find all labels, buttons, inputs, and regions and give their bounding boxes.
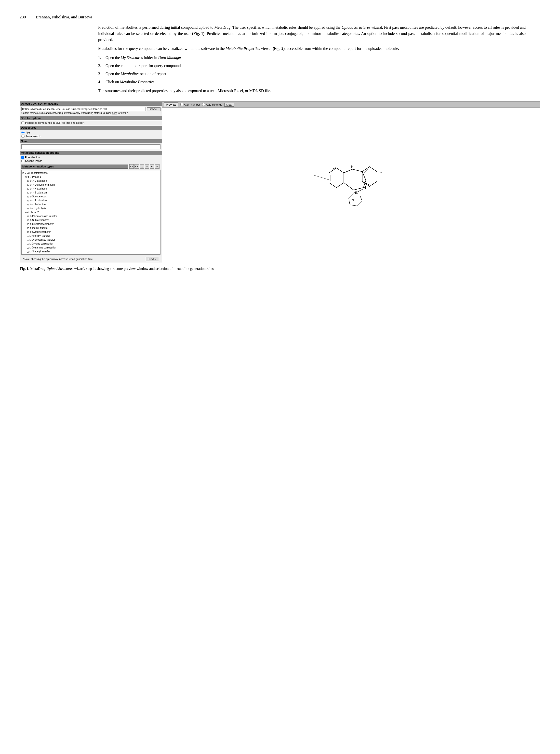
tree-item-phase1[interactable]: ⊟⚙ ✓ Phase 1 (22, 175, 160, 179)
atom-number-row: Atom number (180, 103, 200, 106)
svg-text:N: N (352, 198, 354, 202)
preview-canvas: N N HN –Cl N (162, 108, 540, 263)
radio-file[interactable] (21, 131, 24, 134)
tree-item-hydrolysis[interactable]: ⊞⚙ ✓ Hydrolysis (22, 207, 160, 210)
numbered-list: 1. Open the My Structures folder in Data… (98, 55, 526, 85)
radio-sketch-label: From sketch (25, 135, 40, 138)
tree-item-p-oxidation-label: P oxidation (35, 199, 47, 202)
toolbar-icon-3[interactable]: ⬚ (140, 164, 144, 169)
sdf-checkbox-row: Include all compounds in SDF file into o… (21, 121, 160, 124)
tree-item-reduction-label: Reduction (35, 202, 46, 207)
tree-item-glycine-label: Glycine conjugation (32, 242, 53, 246)
tree-item-methyl-label: Methyl transfer (32, 226, 48, 230)
clear-button[interactable]: Clear (224, 103, 234, 107)
tree-item-glutathione[interactable]: ⊞⚙ Glutathione transfer (22, 222, 160, 226)
tree-item-phase2[interactable]: ⊟⚙ Phase 2 (22, 210, 160, 214)
item-3-num: 3. (98, 71, 105, 77)
metabolic-toolbar: ✓✓ ✗✗ ⬚ ☺ ⚙ ⊕ (128, 164, 160, 169)
tree-item-ophosphate[interactable]: △☐ O-phosphate transfer (22, 238, 160, 242)
item-4-num: 4. (98, 79, 105, 85)
item-2-num: 2. (98, 63, 105, 69)
svg-line-6 (357, 189, 363, 192)
tree-item-s-oxidation[interactable]: ⊞⚙ ✓ S oxidation (22, 191, 160, 195)
tree-item-reduction[interactable]: ⊞⚙ ✓ Reduction (22, 202, 160, 207)
item-2-text: Open the compound report for query compo… (105, 63, 526, 69)
tree-item-nformyl[interactable]: △☐ N-formyl transfer (22, 234, 160, 238)
tree-item-cysteine-label: Cysteine transfer (32, 230, 51, 234)
paragraph-3: The structures and their predicted prope… (98, 88, 526, 94)
radio-file-label: File (25, 131, 30, 134)
tree-item-glucuronoside[interactable]: ⊞⚙ Glucuronoside transfer (22, 214, 160, 218)
second-pass-label: Second Pass* (25, 159, 42, 162)
auto-cleanup-row: Auto clean up (202, 103, 222, 106)
toolbar-icon-1[interactable]: ✓✓ (129, 164, 134, 169)
browse-button[interactable]: Browse... (147, 107, 160, 111)
tree-item-glycine[interactable]: △☐ Glycine conjugation (22, 242, 160, 246)
second-pass-row: Second Pass* (21, 159, 160, 162)
tree-item-phase2-label: Phase 2 (30, 210, 39, 214)
auto-cleanup-checkbox[interactable] (202, 103, 205, 106)
tree-item-s-oxidation-label: S oxidation (35, 191, 47, 195)
radio-sketch-row: From sketch (21, 135, 160, 138)
tree-item-cysteine[interactable]: ⊞⚙ Cysteine transfer (22, 230, 160, 234)
figure-1-area: Upload CDX, SDF or MOL file Browse... Ce… (20, 101, 540, 272)
tree-item-glutathione-label: Glutathione transfer (32, 222, 54, 226)
next-button[interactable]: Next » (146, 257, 159, 261)
name-input[interactable] (21, 144, 160, 149)
svg-line-1 (314, 175, 330, 180)
name-header: Name (20, 139, 162, 143)
tree-item-spontaneous-label: Spontaneous (32, 195, 47, 199)
svg-text:–Cl: –Cl (378, 170, 383, 174)
preview-tab[interactable]: Preview (164, 102, 178, 107)
tree-item-n-oxidation[interactable]: ⊞⚙ ✓ N oxidation (22, 187, 160, 191)
toolbar-icon-6[interactable]: ⊕ (155, 164, 160, 169)
sdf-checkbox[interactable] (21, 121, 24, 124)
toolbar-icon-4[interactable]: ☺ (145, 164, 149, 169)
radio-file-row: File (21, 131, 160, 134)
warning-text: Certain molecule size and number require… (21, 112, 160, 114)
tree-item-all[interactable]: ⊞✓ All transformations (22, 171, 160, 175)
tree-item-all-label: All transformations (27, 171, 47, 175)
tree-item-nacetyl[interactable]: △☐ N-acetyl transfer (22, 250, 160, 254)
svg-marker-0 (329, 168, 344, 188)
radio-sketch[interactable] (21, 135, 24, 138)
item-1-num: 1. (98, 55, 105, 61)
toolbar-icon-5[interactable]: ⚙ (150, 164, 154, 169)
svg-text:HN: HN (354, 191, 358, 194)
item-4-text: Click on Metabolite Properties (105, 79, 526, 85)
item-3-text: Open the Metabolites section of report (105, 71, 526, 77)
item-1-text: Open the My Structures folder in Data Ma… (105, 55, 526, 61)
tree-item-c-oxidation-label: C oxidation (35, 179, 47, 183)
tree-item-glutamine[interactable]: △☐ Glutamine conjugation (22, 246, 160, 250)
tree-item-sulfate[interactable]: ⊞⚙ Sulfate transfer (22, 218, 160, 222)
wizard-left-panel: Upload CDX, SDF or MOL file Browse... Ce… (20, 102, 162, 263)
svg-line-12 (364, 169, 368, 173)
auto-cleanup-label: Auto clean up (206, 103, 222, 106)
wizard-container: Upload CDX, SDF or MOL file Browse... Ce… (20, 101, 540, 263)
data-source-header: Data source (20, 126, 162, 130)
tree-item-hydrolysis-label: Hydrolysis (35, 207, 46, 210)
prioritization-checkbox[interactable] (21, 156, 24, 159)
prioritization-row: Prioritization (21, 156, 160, 159)
wizard-right-panel: Preview Atom number Auto clean up Clear (162, 102, 540, 263)
tree-item-methyl[interactable]: ⊞⚙ Methyl transfer (22, 226, 160, 230)
tree-item-spontaneous[interactable]: ⊞⚙ Spontaneous (22, 195, 160, 199)
tree-item-glutamine-label: Glutamine conjugation (32, 246, 57, 250)
paragraph-2: Metabolites for the query compound can b… (98, 46, 526, 52)
tree-item-nformyl-label: N-formyl transfer (32, 234, 50, 238)
file-path-input[interactable] (21, 107, 146, 111)
paragraph-1: Prediction of metabolites is performed d… (98, 24, 526, 43)
preview-header: Preview Atom number Auto clean up Clear (162, 102, 540, 108)
upload-header: Upload CDX, SDF or MOL file (20, 102, 162, 106)
metabolite-options-header: Metabolite generation options (20, 151, 162, 155)
tree-item-c-oxidation[interactable]: ⊞⚙ ✓ C oxidation (22, 179, 160, 183)
toolbar-icon-2[interactable]: ✗✗ (135, 164, 139, 169)
note-next-row: * Note: choosing this option may increas… (20, 255, 162, 263)
tree-item-p-oxidation[interactable]: ⊞⚙ ✓ P oxidation (22, 199, 160, 202)
sdf-checkbox-label: Include all compounds in SDF file into o… (25, 121, 84, 124)
warning-link[interactable]: here (112, 112, 117, 114)
atom-number-checkbox[interactable] (180, 103, 183, 106)
second-pass-checkbox[interactable] (21, 160, 24, 162)
tree-item-quinone[interactable]: ⊞⚙ ✓ Quinone formation (22, 183, 160, 187)
tree-item-nacetyl-label: N-acetyl transfer (32, 250, 50, 254)
